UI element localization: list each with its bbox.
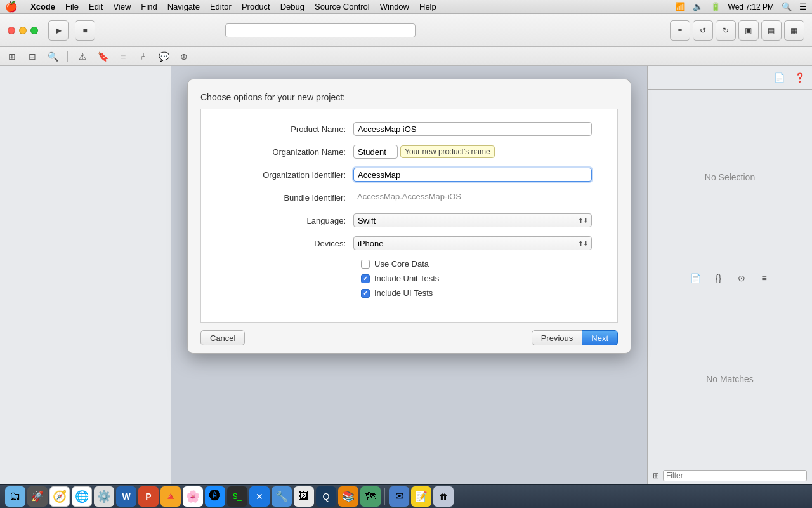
fullscreen-button[interactable] — [30, 27, 38, 34]
previous-button[interactable]: Previous — [532, 330, 583, 345]
search-icon[interactable]: 🔍 — [782, 2, 792, 11]
back-btn[interactable]: ↺ — [693, 20, 713, 41]
language-select-wrapper: Swift Objective-C ⬆⬇ — [353, 213, 592, 227]
include-unit-tests-row: Include Unit Tests — [361, 274, 592, 283]
dock-photos[interactable]: 🌸 — [183, 486, 203, 507]
bookmark-icon[interactable]: 🔖 — [96, 50, 110, 64]
dock-word[interactable]: W — [116, 486, 136, 507]
volume-icon: 🔈 — [693, 2, 703, 11]
forward-btn[interactable]: ↻ — [716, 20, 736, 41]
list-view-icon[interactable]: ≡ — [116, 50, 130, 64]
next-button[interactable]: Next — [582, 330, 618, 345]
menu-file[interactable]: File — [65, 2, 79, 11]
run-button[interactable] — [48, 20, 69, 41]
dock-terminal[interactable]: $_ — [227, 486, 247, 507]
menu-xcode[interactable]: Xcode — [30, 2, 55, 11]
layout-btn1[interactable]: ▣ — [738, 20, 759, 41]
nav-buttons: Previous Next — [532, 330, 618, 345]
code-icon[interactable]: {} — [711, 271, 726, 286]
dock-finder[interactable]: 🗂 — [5, 486, 25, 507]
dock-notes[interactable]: 📝 — [411, 486, 431, 507]
product-name-input[interactable] — [353, 122, 592, 136]
dock-launchpad[interactable]: 🚀 — [27, 486, 48, 507]
dialog-header: Choose options for your new project: — [188, 79, 631, 109]
search-nav-icon[interactable]: 🔍 — [46, 50, 60, 64]
grid-icon[interactable]: ⊞ — [653, 471, 659, 480]
devices-row: Devices: iPhone iPad Universal ⬆⬇ — [226, 236, 592, 250]
right-panel: 📄 ❓ No Selection 📄 {} ⊙ ≡ No Matches ⊞ — [647, 66, 812, 484]
battery-icon: 🔋 — [710, 2, 721, 11]
dock-instruments[interactable]: 🔧 — [272, 486, 292, 507]
menu-find[interactable]: Find — [141, 2, 157, 11]
stop-button[interactable] — [75, 20, 95, 41]
dock-safari[interactable]: 🧭 — [49, 486, 70, 507]
dock-mail[interactable]: ✉ — [389, 486, 409, 507]
apple-menu[interactable]: 🍎 — [5, 1, 18, 13]
dock-cone[interactable]: 🔺 — [160, 486, 181, 507]
close-button[interactable] — [8, 27, 15, 34]
language-select[interactable]: Swift Objective-C — [353, 213, 592, 227]
layout-btn3[interactable]: ▦ — [784, 20, 804, 41]
menu-debug[interactable]: Debug — [280, 2, 304, 11]
list-icon[interactable]: ☰ — [799, 2, 807, 11]
use-core-data-checkbox[interactable] — [361, 260, 370, 269]
folder-icon[interactable]: ⊟ — [25, 50, 39, 64]
menu-source-control[interactable]: Source Control — [315, 2, 370, 11]
filter-input[interactable] — [663, 470, 807, 481]
dock-xcode[interactable]: ✕ — [249, 486, 270, 507]
menu-window[interactable]: Window — [380, 2, 409, 11]
menu-edit[interactable]: Edit — [89, 2, 103, 11]
tooltip-bubble: Your new product's name — [400, 145, 495, 158]
menu-view[interactable]: View — [113, 2, 131, 11]
help-icon[interactable]: ❓ — [792, 70, 807, 85]
dock-browser2[interactable]: 🗑 — [433, 486, 454, 507]
right-bottom-panel: No Matches — [648, 291, 812, 467]
bundle-id-row: Bundle Identifier: AccessMap.AccessMap-i… — [226, 190, 592, 204]
include-ui-tests-row: Include UI Tests — [361, 288, 592, 298]
menu-navigate[interactable]: Navigate — [167, 2, 200, 11]
minimize-button[interactable] — [19, 27, 27, 34]
separator-1 — [67, 51, 68, 62]
org-name-input[interactable] — [353, 145, 398, 159]
menu-help[interactable]: Help — [419, 2, 436, 11]
dock-preview[interactable]: 🖼 — [294, 486, 314, 507]
dock-separator — [384, 488, 385, 505]
dock-ibooks[interactable]: 📚 — [338, 486, 358, 507]
lines-icon[interactable]: ≡ — [757, 271, 772, 286]
org-identifier-row: Organization Identifier: — [226, 168, 592, 182]
menu-editor[interactable]: Editor — [210, 2, 232, 11]
toolbar-search-bar[interactable] — [225, 23, 416, 37]
dock-appstore[interactable]: 🅐 — [205, 486, 225, 507]
main-toolbar: ≡ ↺ ↻ ▣ ▤ ▦ — [0, 14, 812, 47]
main-layout: Choose options for your new project: Pro… — [0, 66, 812, 484]
product-name-row: Product Name: — [226, 122, 592, 136]
devices-select[interactable]: iPhone iPad Universal — [353, 236, 592, 250]
devices-label: Devices: — [226, 239, 353, 248]
circle-icon[interactable]: ⊙ — [734, 271, 749, 286]
branch-icon[interactable]: ⑃ — [136, 50, 150, 64]
use-core-data-row: Use Core Data — [361, 259, 592, 269]
chat-icon[interactable]: 💬 — [157, 50, 171, 64]
warning-icon[interactable]: ⚠ — [75, 50, 89, 64]
file-inspector-icon[interactable]: 📄 — [771, 70, 787, 85]
layout-btn2[interactable]: ▤ — [761, 20, 782, 41]
left-panel — [0, 66, 171, 484]
right-top-panel: No Selection — [648, 90, 812, 265]
navigator-toggle[interactable]: ≡ — [670, 20, 690, 41]
dialog-form: Product Name: Organization Name: Your ne… — [200, 109, 618, 323]
dock-preferences[interactable]: ⚙️ — [94, 486, 114, 507]
wifi-icon: 📶 — [675, 2, 685, 11]
extra-icon[interactable]: ⊕ — [177, 50, 191, 64]
file-icon[interactable]: 📄 — [688, 271, 704, 286]
dock-powerpoint[interactable]: P — [138, 486, 159, 507]
menubar-status: 📶 🔈 🔋 Wed 7:12 PM 🔍 ☰ — [675, 2, 807, 11]
cancel-button[interactable]: Cancel — [200, 330, 245, 345]
menu-product[interactable]: Product — [242, 2, 270, 11]
add-file-icon[interactable]: ⊞ — [5, 50, 19, 64]
org-identifier-input[interactable] — [353, 168, 592, 182]
dock-chrome[interactable]: 🌐 — [72, 486, 92, 507]
include-unit-tests-checkbox[interactable] — [361, 274, 370, 283]
dock-quicktime[interactable]: Q — [316, 486, 336, 507]
include-ui-tests-checkbox[interactable] — [361, 289, 370, 298]
dock-maps[interactable]: 🗺 — [360, 486, 381, 507]
